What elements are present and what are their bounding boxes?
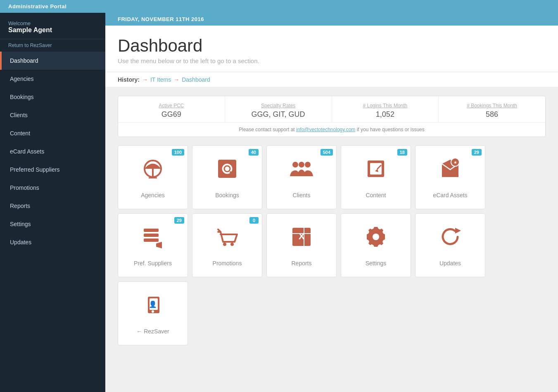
breadcrumb-arrow-1: → [142, 76, 148, 83]
promotions-icon [215, 224, 240, 256]
return-to-rezsaver-link[interactable]: Return to RezSaver [0, 39, 105, 52]
stats-note: Please contact support at info@vectotech… [118, 123, 545, 137]
card-clients[interactable]: 504 Clients [266, 145, 337, 209]
card-ecard-badge: 29 [472, 149, 482, 156]
svg-point-9 [305, 162, 311, 168]
svg-text:👤: 👤 [149, 300, 157, 308]
card-rezsaver-label: ← RezSaver [136, 328, 169, 335]
reports-icon: X [289, 224, 314, 256]
date-bar: FRIDAY, NOVEMBER 11TH 2016 [105, 13, 558, 26]
breadcrumb-label: History: [118, 76, 140, 83]
svg-rect-18 [144, 239, 159, 242]
svg-point-21 [230, 243, 234, 246]
stats-row: Active PCC GG69 Specialty Rates GGG, GIT… [118, 96, 545, 123]
stat-logins: # Logins This Month 1,052 [332, 96, 439, 122]
card-reports[interactable]: X Reports [266, 213, 337, 277]
card-bookings[interactable]: 40 Bookings [192, 145, 262, 209]
card-agencies-badge: 100 [172, 149, 184, 156]
card-clients-badge: 504 [321, 149, 333, 156]
stats-container: Active PCC GG69 Specialty Rates GGG, GIT… [118, 96, 546, 137]
sidebar-item-dashboard[interactable]: Dashboard [0, 52, 105, 70]
card-bookings-label: Bookings [215, 192, 239, 198]
dashboard-row-3: 👤 ← RezSaver [118, 281, 546, 345]
current-date: FRIDAY, NOVEMBER 11TH 2016 [118, 16, 204, 22]
card-settings-label: Settings [366, 260, 387, 267]
card-ecard-label: eCard Assets [433, 192, 467, 198]
clients-icon [289, 156, 314, 188]
top-bar: Administrative Portal [0, 0, 558, 13]
page-header: Dashboard Use the menu below or to the l… [105, 26, 558, 72]
stat-specialty-rates-value: GGG, GIT, GUD [229, 110, 328, 119]
svg-point-8 [299, 162, 304, 168]
card-promotions-label: Promotions [213, 260, 242, 267]
card-content-badge: 18 [397, 149, 407, 156]
card-settings[interactable]: Settings [341, 213, 411, 277]
rezsaver-icon: 👤 [140, 293, 165, 324]
sidebar-item-preferred-suppliers[interactable]: Preferred Suppliers [0, 161, 105, 179]
support-email-link[interactable]: info@vectotechnology.com [296, 127, 355, 132]
sidebar-item-reports[interactable]: Reports [0, 197, 105, 215]
sidebar-header: Welcome Sample Agent [0, 13, 105, 39]
agencies-icon [140, 156, 165, 188]
sidebar-item-ecard-assets[interactable]: eCard Assets [0, 142, 105, 161]
app-title: Administrative Portal [8, 3, 66, 9]
card-agencies[interactable]: 100 Agencies [118, 145, 188, 209]
stat-bookings-label[interactable]: # Bookings This Month [443, 103, 541, 109]
dashboard-row-2: 29 Pref. Suppliers 0 [118, 213, 546, 277]
pref-suppliers-icon [140, 224, 165, 256]
svg-rect-17 [144, 234, 159, 237]
card-pref-suppliers[interactable]: 29 Pref. Suppliers [118, 213, 188, 277]
svg-point-28 [373, 234, 379, 240]
svg-rect-16 [144, 229, 159, 232]
card-agencies-label: Agencies [141, 192, 165, 198]
page-title: Dashboard [118, 36, 546, 56]
card-content[interactable]: 18 Content [341, 145, 411, 209]
card-promotions[interactable]: 0 Promotions [192, 213, 262, 277]
sidebar-item-updates[interactable]: Updates [0, 233, 105, 251]
sidebar: Welcome Sample Agent Return to RezSaver … [0, 13, 105, 392]
card-content-label: Content [366, 192, 386, 198]
stat-active-pcc-value: GG69 [122, 110, 221, 119]
page-subtitle: Use the menu below or to the left to go … [118, 57, 546, 64]
svg-point-32 [152, 310, 154, 313]
card-pref-suppliers-label: Pref. Suppliers [134, 260, 172, 267]
sidebar-item-settings[interactable]: Settings [0, 215, 105, 233]
breadcrumb-link-dashboard[interactable]: Dashboard [182, 76, 210, 83]
stat-logins-value: 1,052 [336, 110, 435, 119]
ecard-icon: ★ [438, 156, 463, 188]
settings-icon [363, 224, 388, 256]
stat-logins-label[interactable]: # Logins This Month [336, 103, 435, 109]
stat-specialty-rates: Specialty Rates GGG, GIT, GUD [225, 96, 332, 122]
card-updates[interactable]: Updates [415, 213, 485, 277]
updates-icon [438, 224, 463, 256]
stat-active-pcc: Active PCC GG69 [118, 96, 225, 122]
card-rezsaver[interactable]: 👤 ← RezSaver [118, 281, 188, 345]
dashboard-row-1: 100 Agencies 40 [118, 145, 546, 209]
sidebar-item-promotions[interactable]: Promotions [0, 179, 105, 197]
card-bookings-badge: 40 [249, 149, 259, 156]
sidebar-nav: Dashboard Agencies Bookings Clients Cont… [0, 52, 105, 251]
stat-bookings: # Bookings This Month 586 [439, 96, 545, 122]
card-updates-label: Updates [439, 260, 461, 267]
stat-specialty-rates-label[interactable]: Specialty Rates [229, 103, 328, 109]
breadcrumb-link-it-items[interactable]: IT Items [150, 76, 171, 83]
main-content: FRIDAY, NOVEMBER 11TH 2016 Dashboard Use… [105, 13, 558, 392]
sidebar-welcome-label: Welcome [8, 20, 97, 26]
dashboard-grid: 100 Agencies 40 [105, 141, 558, 354]
sidebar-item-content[interactable]: Content [0, 124, 105, 142]
card-promotions-badge: 0 [249, 217, 259, 224]
content-icon [363, 156, 388, 188]
svg-marker-29 [455, 228, 461, 234]
stat-active-pcc-label[interactable]: Active PCC [122, 103, 221, 109]
breadcrumb: History: → IT Items → Dashboard [105, 72, 558, 87]
sidebar-item-clients[interactable]: Clients [0, 106, 105, 124]
card-reports-label: Reports [291, 260, 311, 267]
svg-text:★: ★ [454, 160, 457, 165]
breadcrumb-arrow-2: → [173, 76, 179, 83]
card-clients-label: Clients [293, 192, 311, 198]
svg-marker-19 [156, 242, 162, 248]
card-ecard-assets[interactable]: 29 ★ eCard Assets [415, 145, 485, 209]
sidebar-agent-name: Sample Agent [8, 26, 97, 34]
sidebar-item-agencies[interactable]: Agencies [0, 70, 105, 88]
sidebar-item-bookings[interactable]: Bookings [0, 88, 105, 106]
